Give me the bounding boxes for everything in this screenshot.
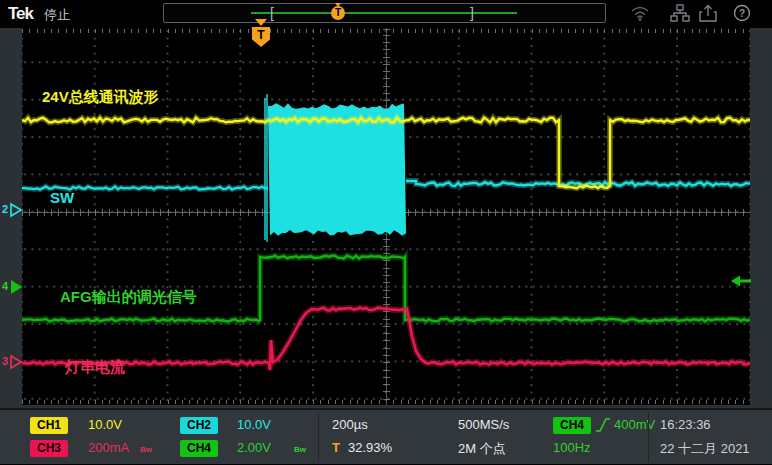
- acquisition-status: 停止: [44, 6, 70, 24]
- right-margin: [750, 28, 772, 462]
- trigger-source-badge[interactable]: CH4: [553, 417, 591, 434]
- timebase-scale[interactable]: 200µs: [332, 417, 368, 432]
- trigger-position-flag[interactable]: T: [252, 19, 270, 47]
- trigger-flag-body: T: [252, 27, 270, 47]
- statusbar-divider-1: [318, 412, 319, 462]
- channel3-reference-marker[interactable]: 3: [2, 354, 24, 370]
- annotation-ch4-afg: AFG输出的调光信号: [60, 288, 197, 307]
- rising-edge-icon: [595, 417, 611, 433]
- network-icon[interactable]: [670, 4, 690, 22]
- trigger-level-value[interactable]: 400mV: [614, 417, 655, 432]
- window-bracket-right[interactable]: ]: [470, 4, 474, 22]
- wifi-icon[interactable]: [630, 4, 650, 22]
- record-view-bar[interactable]: [ ] T: [163, 3, 606, 23]
- top-bar: Tek 停止 [ ] T ?: [0, 0, 772, 28]
- ch2-badge[interactable]: CH2: [180, 417, 218, 434]
- oscilloscope-screen: Tek 停止 [ ] T ?: [0, 0, 772, 465]
- clock-time: 16:23:36: [660, 417, 711, 432]
- waveform-traces: [22, 28, 750, 405]
- waveform-display[interactable]: 24V总线通讯波形 SW AFG输出的调光信号 灯串电流: [22, 28, 750, 405]
- ch4-badge[interactable]: CH4: [180, 440, 218, 457]
- channel2-reference-marker[interactable]: 2: [2, 202, 24, 218]
- ch2-scale[interactable]: 10.0V: [237, 417, 271, 432]
- ch4-scale[interactable]: 2.00V: [237, 440, 271, 455]
- channel2-marker-digit: 2: [2, 203, 8, 215]
- record-length: 2M 个点: [458, 440, 506, 458]
- left-margin: [0, 28, 22, 462]
- trigger-level-arrow[interactable]: [730, 274, 752, 288]
- ch4-bandwidth-icon: Bw: [294, 445, 306, 454]
- ch1-badge[interactable]: CH1: [30, 417, 68, 434]
- channel4-marker-digit: 4: [2, 280, 8, 292]
- annotation-ch2-sw: SW: [50, 189, 74, 206]
- channel4-reference-marker[interactable]: 4: [2, 279, 24, 295]
- annotation-ch1-bus: 24V总线通讯波形: [42, 88, 159, 107]
- ch3-badge[interactable]: CH3: [30, 440, 68, 457]
- annotation-ch3-current: 灯串电流: [65, 358, 125, 377]
- help-icon[interactable]: ?: [732, 4, 752, 22]
- ch1-scale[interactable]: 10.0V: [88, 417, 122, 432]
- clock-date: 22 十二月 2021: [660, 440, 750, 458]
- trigger-flag-tip: [255, 19, 267, 26]
- record-trigger-marker[interactable]: T: [331, 6, 345, 20]
- trigger-letter: T: [332, 440, 340, 455]
- statusbar-divider-2: [648, 412, 649, 462]
- tek-logo: Tek: [8, 4, 33, 24]
- ch3-scale[interactable]: 200mA: [88, 440, 129, 455]
- trigger-frequency: 100Hz: [553, 440, 591, 455]
- window-bracket-left[interactable]: [: [270, 4, 274, 22]
- ch3-bandwidth-icon: Bw: [140, 445, 152, 454]
- sample-rate: 500MS/s: [458, 417, 509, 432]
- channel3-marker-digit: 3: [2, 355, 8, 367]
- status-bar: CH1 10.0V CH2 10.0V CH3 200mA Bw CH4 2.0…: [0, 408, 772, 464]
- record-waveform-line: [251, 12, 517, 14]
- trigger-position-percent[interactable]: 32.93%: [348, 440, 392, 455]
- svg-text:?: ?: [739, 8, 745, 19]
- export-icon[interactable]: [698, 4, 718, 22]
